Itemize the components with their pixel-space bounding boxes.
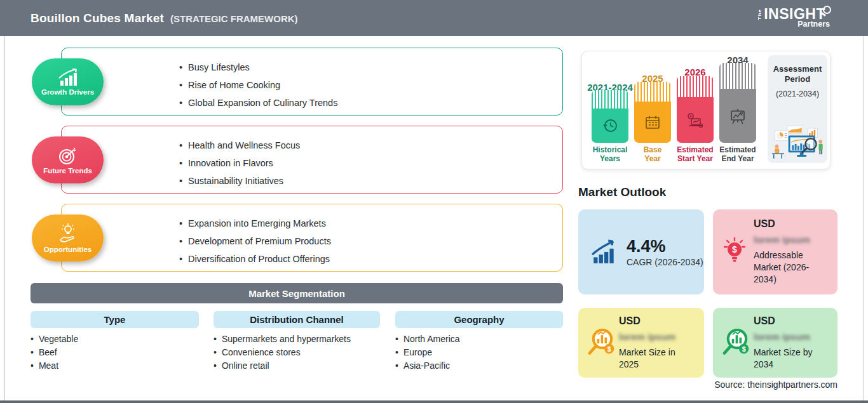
base-year-bar <box>634 82 671 143</box>
segment-header-label: Type <box>104 314 126 325</box>
magnifier-chart-icon-green: $ <box>721 326 754 359</box>
assessment-line: Period <box>768 74 827 84</box>
segmentation-title: Market Segmentation <box>248 288 345 299</box>
svg-text:$: $ <box>607 345 611 353</box>
growth-drivers-list: Busy Lifestyles Rise of Home Cooking Glo… <box>179 58 337 112</box>
blurred-value: lorem ipsum <box>754 234 810 245</box>
card-label: Addressable Market (2026-2034) <box>754 249 831 286</box>
segment-header-geography: Geography <box>395 311 563 328</box>
cagr-value: 4.4% <box>627 237 703 256</box>
segment-header-label: Geography <box>454 314 504 325</box>
bar-caption: Base Year <box>628 146 677 163</box>
caption-line: Year <box>628 155 677 164</box>
cagr-text: 4.4% CAGR (2026-2034) <box>627 237 703 267</box>
magnifier-chart-icon-orange: $ <box>586 326 619 359</box>
bar-caption: Estimated End Year <box>714 146 762 163</box>
list-item: Supermarkets and hypermarkets <box>214 333 351 346</box>
currency-label: USD <box>754 315 831 327</box>
history-clock-icon <box>600 116 620 135</box>
caption-line: Estimated <box>671 146 719 155</box>
logo-the-text: The <box>757 9 763 20</box>
header-bar: Bouillon Cubes Market (STRATEGIC FRAMEWO… <box>0 0 868 36</box>
growth-drivers-box: Busy Lifestyles Rise of Home Cooking Glo… <box>61 48 563 116</box>
assessment-period-box: Assessment Period (2021-2034) <box>768 55 827 163</box>
list-item: Meat <box>31 359 78 373</box>
svg-text:$: $ <box>732 244 737 254</box>
caption-line: Start Year <box>671 155 719 164</box>
list-item: Europe <box>395 346 460 359</box>
list-item: Vegetable <box>31 333 78 346</box>
future-trends-list: Health and Wellness Focus Innovation in … <box>179 136 300 190</box>
pill-label: Future Trends <box>43 167 92 175</box>
card-label: Market Size in 2025 <box>619 347 696 371</box>
list-item: Asia-Pacific <box>395 359 460 373</box>
bar-caption: Historical Years <box>586 146 634 163</box>
estimated-start-year-bar <box>677 76 714 143</box>
currency-label: USD <box>619 315 696 327</box>
list-item: Rise of Home Cooking <box>179 76 337 94</box>
list-item: Global Expansion of Culinary Trends <box>179 94 337 112</box>
bulb-hand-icon <box>57 223 79 244</box>
list-item: Development of Premium Products <box>179 232 331 250</box>
list-item: North America <box>395 333 460 346</box>
card-label: Market Size by 2034 <box>754 347 831 371</box>
list-item: Beef <box>31 346 78 359</box>
future-trends-box: Health and Wellness Focus Innovation in … <box>61 126 563 194</box>
distribution-list: Supermarkets and hypermarkets Convenienc… <box>214 333 351 373</box>
caption-line: Base <box>628 146 677 155</box>
assessment-range: (2021-2034) <box>768 89 827 98</box>
list-item: Diversification of Product Offerings <box>179 250 331 268</box>
target-icon <box>57 145 79 166</box>
caption-line: Estimated <box>714 146 762 155</box>
market-segmentation-header: Market Segmentation <box>31 283 563 303</box>
segment-header-type: Type <box>31 311 199 328</box>
bar-body <box>719 89 756 143</box>
list-item: Convenience stores <box>214 346 351 359</box>
opportunities-box: Expansion into Emerging Markets Developm… <box>61 204 563 272</box>
growth-chart-icon <box>55 68 81 87</box>
bottom-divider-bar <box>0 400 868 403</box>
list-item: Busy Lifestyles <box>179 58 337 76</box>
list-item: Health and Wellness Focus <box>179 136 300 154</box>
calendar-icon <box>644 114 661 131</box>
bar-body <box>592 109 628 143</box>
magnifier-icon <box>823 6 831 14</box>
page-title: Bouillon Cubes Market <box>31 11 164 25</box>
estimated-end-year-bar <box>719 63 756 143</box>
market-size-2034-card: $ USD lorem ipsum Market Size by 2034 <box>713 308 837 378</box>
cagr-growth-icon <box>590 239 619 265</box>
blurred-value: lorem ipsum <box>754 331 810 342</box>
historical-years-bar <box>592 90 628 143</box>
list-item: Online retail <box>214 359 351 373</box>
list-item: Sustainability Initiatives <box>179 172 300 190</box>
future-trends-pill: Future Trends <box>32 136 104 183</box>
bar-caption: Estimated Start Year <box>671 146 719 163</box>
list-item: Expansion into Emerging Markets <box>179 215 331 232</box>
bar-stripes <box>677 76 714 97</box>
type-list: Vegetable Beef Meat <box>31 333 78 373</box>
bar-stripes <box>634 82 671 102</box>
blurred-value: lorem ipsum <box>619 331 675 342</box>
card-text: USD lorem ipsum Addressable Market (2026… <box>754 218 831 286</box>
market-size-2025-card: $ USD lorem ipsum Market Size in 2025 <box>578 308 704 378</box>
card-text: USD lorem ipsum Market Size in 2025 <box>619 315 696 371</box>
caption-line: End Year <box>714 155 762 164</box>
opportunities-pill: Opportunities <box>32 215 104 261</box>
cagr-label: CAGR (2026-2034) <box>627 257 703 267</box>
page-subtitle: (STRATEGIC FRAMEWORK) <box>170 13 298 24</box>
source-attribution: Source: theinsightpartners.com <box>714 380 837 390</box>
caption-line: Historical <box>586 146 634 155</box>
market-analysis-illustration <box>770 125 825 161</box>
svg-text:$: $ <box>742 345 746 353</box>
bulb-dollar-icon: $ <box>721 235 749 268</box>
growth-drivers-pill: Growth Drivers <box>32 58 104 105</box>
cagr-card: 4.4% CAGR (2026-2034) <box>578 209 704 294</box>
analytics-laptop-icon <box>686 111 705 129</box>
infographic-page: Bouillon Cubes Market (STRATEGIC FRAMEWO… <box>0 0 868 403</box>
segment-header-label: Distribution Channel <box>250 314 344 325</box>
pill-label: Opportunities <box>44 246 92 253</box>
opportunities-list: Expansion into Emerging Markets Developm… <box>179 215 331 268</box>
caption-line: Years <box>586 155 634 164</box>
presentation-board-icon <box>728 107 747 126</box>
card-text: USD lorem ipsum Market Size by 2034 <box>754 315 831 371</box>
